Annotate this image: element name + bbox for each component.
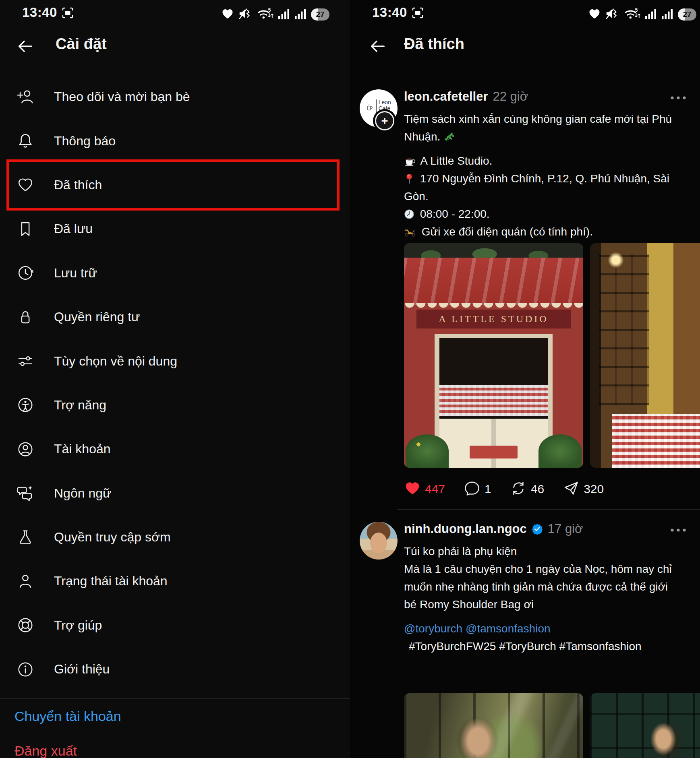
svg-text:5: 5 xyxy=(268,7,271,13)
status-icons: 527 xyxy=(588,7,696,22)
follow-plus-badge[interactable]: + xyxy=(375,111,394,130)
caption-line: bé Romy Shoulder Bag ơi xyxy=(404,596,696,613)
sidebar-item-label: Đã lưu xyxy=(54,221,93,236)
sidebar-item-history[interactable]: Lưu trữ xyxy=(0,251,350,295)
sidebar-item-label: Đã thích xyxy=(54,178,102,192)
storefront-sign: A LITTLE STUDIO xyxy=(416,310,571,328)
comment-button[interactable]: 1 xyxy=(464,480,491,498)
coffee-cup-icon xyxy=(365,103,373,113)
emoji-1f6f5 xyxy=(404,223,416,241)
lifebuoy-icon xyxy=(16,616,35,634)
repost-button[interactable]: 46 xyxy=(510,480,544,498)
liked-header: Đã thích xyxy=(350,35,700,59)
timestamp: 22 giờ xyxy=(493,89,528,104)
sidebar-item-lock[interactable]: Quyền riêng tư xyxy=(0,295,350,339)
flask-icon xyxy=(16,528,35,547)
username[interactable]: leon.cafeteller xyxy=(404,89,488,104)
sidebar-item-label: Tùy chọn về nội dung xyxy=(54,354,177,369)
signal-icon xyxy=(661,8,673,21)
like-icon xyxy=(404,480,421,498)
sidebar-item-label: Ngôn ngữ xyxy=(54,486,111,501)
post-image-glass[interactable] xyxy=(404,693,583,758)
person-circle-icon xyxy=(16,440,35,459)
sidebar-item-heart[interactable]: Đã thích xyxy=(0,163,350,207)
logo-line: Cafe xyxy=(379,105,392,112)
status-bar: 13:40 527 xyxy=(350,4,700,23)
post-divider xyxy=(397,509,700,510)
sf-awning xyxy=(404,258,583,305)
plant xyxy=(406,434,449,468)
reposts-count: 46 xyxy=(531,482,544,496)
sf-door xyxy=(435,334,553,468)
comments-count: 1 xyxy=(485,482,491,496)
sidebar-item-translate[interactable]: Ngôn ngữ xyxy=(0,471,350,515)
like-button[interactable]: 447 xyxy=(404,480,445,498)
sidebar-item-person-circle[interactable]: Tài khoản xyxy=(0,427,350,471)
emoji-1f4cd xyxy=(404,170,414,188)
sidebar-item-label: Trợ năng xyxy=(54,398,106,413)
bs-lamp xyxy=(608,252,624,268)
sidebar-item-label: Tài khoản xyxy=(54,442,111,456)
bs-cloth xyxy=(612,414,700,468)
sf-top xyxy=(404,243,583,259)
signal-icon xyxy=(278,8,290,21)
sidebar-item-accessibility[interactable]: Trợ năng xyxy=(0,383,350,427)
sf-lower xyxy=(439,419,548,468)
signal-icon xyxy=(294,8,307,21)
caption-line: Mà là 1 câu chuyện cho 1 ngày của Nọc, h… xyxy=(404,560,696,578)
post-image-storefront[interactable]: A LITTLE STUDIO xyxy=(404,243,583,468)
page-title: Cài đặt xyxy=(56,35,107,53)
share-button[interactable]: 320 xyxy=(563,480,604,498)
more-options-button[interactable] xyxy=(670,527,686,534)
bell-icon xyxy=(16,132,35,150)
comment-icon xyxy=(464,480,480,498)
sidebar-item-label: Quyền truy cập sớm xyxy=(54,530,171,545)
sidebar-item-bookmark[interactable]: Đã lưu xyxy=(0,207,350,251)
wifi-5-icon: 5 xyxy=(623,7,640,22)
sidebar-item-info[interactable]: Giới thiệu xyxy=(0,647,350,691)
post-caption: Túi ko phải là phụ kiệnMà là 1 câu chuyệ… xyxy=(404,543,696,655)
username[interactable]: ninh.duong.lan.ngoc xyxy=(404,522,527,536)
info-icon xyxy=(16,660,35,679)
settings-header: Cài đặt xyxy=(0,35,350,59)
caption-line: Gòn. xyxy=(404,188,696,205)
sidebar-item-lifebuoy[interactable]: Trợ giúp xyxy=(0,603,350,647)
wifi-5-icon: 5 xyxy=(257,7,273,22)
back-arrow-icon[interactable] xyxy=(16,38,34,56)
post-images xyxy=(404,693,700,758)
timestamp: 17 giờ xyxy=(548,522,583,536)
avatar[interactable] xyxy=(360,522,398,560)
battery-indicator: 27 xyxy=(311,8,329,21)
logo-line: Leon xyxy=(379,99,392,105)
screen-capture-icon xyxy=(61,6,74,21)
engagement-bar: 447146320 xyxy=(404,480,604,498)
divider xyxy=(0,698,350,699)
likes-count: 447 xyxy=(425,482,445,496)
lock-icon xyxy=(16,308,35,326)
bs-shelves xyxy=(599,254,650,405)
accessibility-icon xyxy=(16,396,35,414)
sidebar-item-sliders[interactable]: Tùy chọn về nội dung xyxy=(0,339,350,383)
plant xyxy=(538,434,582,468)
sidebar-item-person-add[interactable]: Theo dõi và mời bạn bè xyxy=(0,75,350,119)
sf-wall xyxy=(404,328,583,468)
caption-line: A Little Studio. xyxy=(404,152,696,170)
share-icon xyxy=(563,480,580,498)
logout-button[interactable]: Đăng xuất xyxy=(14,743,77,758)
sidebar-item-person[interactable]: Trạng thái tài khoản xyxy=(0,559,350,603)
sidebar-item-flask[interactable]: Quyền truy cập sớm xyxy=(0,515,350,559)
sign-text: A LITTLE STUDIO xyxy=(439,314,548,324)
post-image-windows[interactable] xyxy=(590,693,700,758)
caption-link-line[interactable]: @toryburch @tamsonfashion xyxy=(404,620,696,638)
switch-account-button[interactable]: Chuyển tài khoản xyxy=(14,708,121,724)
more-options-button[interactable] xyxy=(670,94,686,101)
bookmark-icon xyxy=(16,220,35,238)
back-arrow-icon[interactable] xyxy=(369,38,386,56)
post-image-bookshop[interactable] xyxy=(590,243,700,468)
shares-count: 320 xyxy=(584,482,604,496)
heart-icon xyxy=(221,7,234,22)
heart-icon xyxy=(588,7,601,22)
caption-line: Gửi xe đối diện quán (có tính phí). xyxy=(404,223,696,241)
post-header: leon.cafeteller22 giờ xyxy=(404,89,528,104)
sidebar-item-bell[interactable]: Thông báo xyxy=(0,119,350,163)
